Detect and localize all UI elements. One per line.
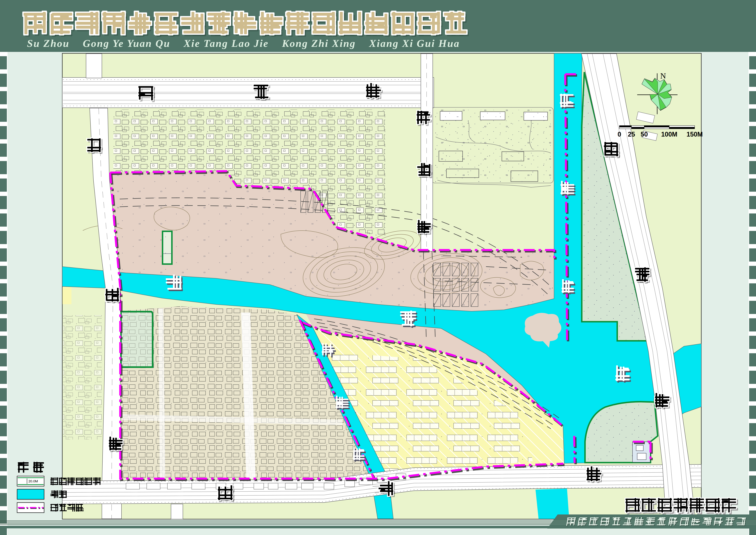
svg-text:20.0M: 20.0M bbox=[28, 479, 38, 483]
svg-text:0: 0 bbox=[618, 130, 621, 138]
svg-text:150M: 150M bbox=[687, 130, 703, 138]
svg-text:50: 50 bbox=[641, 130, 648, 138]
svg-text:100M: 100M bbox=[661, 130, 677, 138]
svg-text:N: N bbox=[660, 71, 666, 80]
svg-text:25: 25 bbox=[628, 130, 635, 138]
svg-text:Su Zhou Gong Ye Yuan Qu: Su Zhou Gong Ye Yuan Qu Xie Tang Lao Jie… bbox=[27, 38, 460, 49]
